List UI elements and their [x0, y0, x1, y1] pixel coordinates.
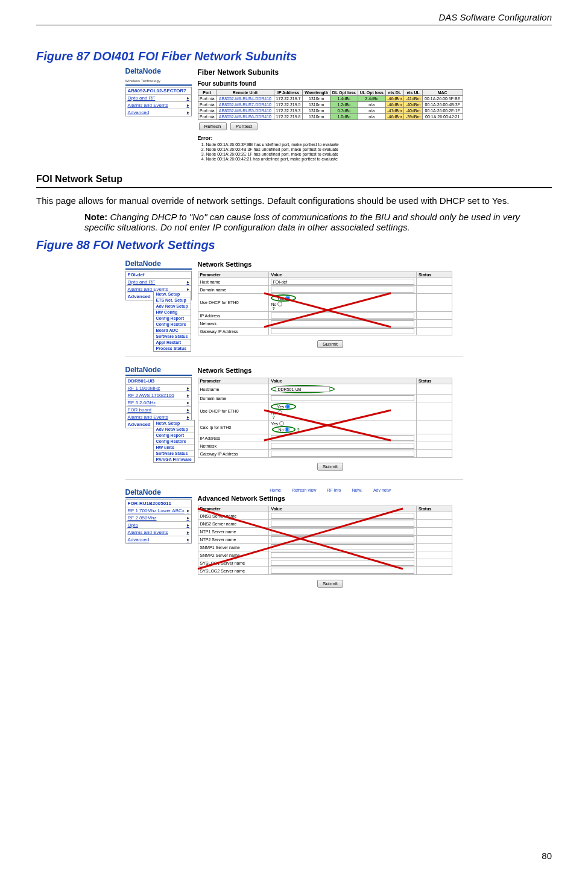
- ip-input[interactable]: [271, 435, 414, 441]
- table-row: IP Address: [198, 434, 452, 442]
- submenu-item[interactable]: Config Restore: [154, 439, 194, 445]
- network-settings-heading: Network Settings: [198, 261, 463, 268]
- nav-opto-rf[interactable]: Opto and RF▸: [126, 279, 191, 286]
- table-row: Port n/aAB8052-M8-RUS5-DDR410172.22.219.…: [198, 108, 463, 114]
- submenu-item[interactable]: HW units: [154, 445, 194, 451]
- hostname-input[interactable]: [276, 386, 330, 392]
- dhcp-yes-radio[interactable]: [285, 296, 290, 300]
- gateway-input[interactable]: [271, 328, 414, 334]
- nav-advnetw[interactable]: Adv netw: [373, 488, 391, 492]
- submenu-item[interactable]: Netw. Setup: [154, 420, 194, 427]
- refresh-button[interactable]: Refresh: [199, 122, 227, 130]
- domain-input[interactable]: [271, 395, 414, 401]
- remote-unit-link[interactable]: AB8052-M8-RUS4-DDR410: [219, 97, 271, 101]
- dns1-input[interactable]: [271, 513, 414, 519]
- submenu-item[interactable]: Software Status: [154, 451, 194, 457]
- help-icon[interactable]: ?: [272, 306, 274, 311]
- nav-opto-rf[interactable]: Opto and RF▸: [126, 95, 191, 102]
- help-icon[interactable]: ?: [297, 428, 299, 432]
- nav-advanced[interactable]: Advanced▸: [126, 109, 191, 116]
- table-row: DNS1 Server name: [198, 512, 452, 520]
- help-icon[interactable]: ?: [272, 415, 274, 419]
- submenu-item[interactable]: Software Status: [154, 334, 191, 340]
- figure-87-title: Figure 87 DOI401 FOI Fiber Network Subun…: [36, 49, 552, 63]
- figure-88-panel-3: DeltaNode FOR-RU1B2005011 RF 1 700Mhz Lo…: [125, 484, 463, 596]
- nav-rfinfo[interactable]: RF Info: [327, 488, 341, 492]
- nav-advanced[interactable]: Advanced▸: [126, 536, 191, 543]
- top-nav: Home Refresh view RF Info Netw. Adv netw: [198, 488, 463, 492]
- nav-opto[interactable]: Opto▸: [126, 522, 191, 529]
- figure-88-title: Figure 88 FOI Network Settings: [36, 238, 552, 252]
- figure-88-panel-2: DeltaNode DDR501-UB RF 1 1900MHz▸ RF 2 A…: [125, 362, 463, 480]
- snmp2-input[interactable]: [271, 552, 414, 558]
- section-foi-network-setup: FOI Network Setup: [36, 174, 552, 185]
- nav-rf1[interactable]: RF 1 1900MHz▸: [126, 385, 191, 392]
- porttest-button[interactable]: Porttest: [230, 122, 258, 130]
- table-row: Gateway IP Address: [198, 450, 452, 458]
- submenu-item[interactable]: Config Report: [154, 433, 194, 439]
- adv-network-settings-table: ParameterValueStatus DNS1 Server name DN…: [198, 506, 452, 575]
- table-row: NTP1 Server name: [198, 528, 452, 536]
- calcip-yes-radio[interactable]: [279, 421, 284, 426]
- calcip-no-radio[interactable]: [285, 427, 289, 432]
- nav-alarms[interactable]: Alarms and Events▸: [126, 529, 191, 536]
- table-row: Port n/aAB8052-M8-RUS4-DDR410172.22.219.…: [198, 96, 463, 102]
- nav-for-board[interactable]: FOR board▸: [126, 407, 191, 414]
- nav-netw[interactable]: Netw.: [352, 488, 362, 492]
- remote-unit-link[interactable]: AB8052-M8-RUS6-DDR410: [219, 115, 271, 119]
- error-label: Error:: [198, 135, 463, 141]
- page-header: DAS Software Configuration: [36, 12, 552, 25]
- table-row: Netmask: [198, 320, 452, 328]
- submenu-item[interactable]: Adv Netw Setup: [154, 427, 194, 433]
- nav-rf2[interactable]: RF 2 AWS 1700/2100▸: [126, 392, 191, 399]
- snmp1-input[interactable]: [271, 544, 414, 550]
- netmask-input[interactable]: [271, 443, 414, 449]
- submenu: Netw. Setup ETS Net. Setup Adv Netw Setu…: [153, 291, 191, 352]
- dhcp-no-radio[interactable]: [277, 410, 282, 415]
- table-row: Use DHCP for ETH0 Yes No?: [198, 402, 452, 420]
- submenu-item[interactable]: HW Config: [154, 309, 191, 316]
- nav-alarms[interactable]: Alarms and Events▸: [126, 102, 191, 109]
- syslog2-input[interactable]: [271, 568, 414, 574]
- table-row: Domain name: [198, 286, 452, 294]
- submenu-item[interactable]: Adv Netw Setup: [154, 303, 191, 309]
- submit-button[interactable]: Submit: [317, 340, 343, 348]
- table-row: Port n/aAB8052-M8-RUS6-DDR410172.22.219.…: [198, 114, 463, 120]
- table-row: Use DHCP for ETH0 Yes No?: [198, 294, 452, 312]
- submenu-item[interactable]: Process Status: [154, 346, 191, 351]
- table-row: SYSLOG2 Server name: [198, 567, 452, 575]
- submenu-item[interactable]: Config Restore: [154, 322, 191, 328]
- table-row: IP Address: [198, 312, 452, 320]
- submenu-item[interactable]: PA/VGA Firmware: [154, 457, 194, 462]
- remote-unit-link[interactable]: AB8052-M8-RUS5-DDR410: [219, 109, 271, 113]
- figure-87-panel: DeltaNode Wireless Technology AB8092-FOL…: [125, 67, 463, 162]
- submenu-item[interactable]: Appl Restart: [154, 340, 191, 346]
- hostname-input[interactable]: [271, 279, 414, 285]
- nav-refresh[interactable]: Refresh view: [292, 488, 316, 492]
- dns2-input[interactable]: [271, 521, 414, 527]
- dhcp-yes-radio[interactable]: [285, 404, 290, 409]
- netmask-input[interactable]: [271, 320, 414, 326]
- ip-input[interactable]: [271, 312, 414, 319]
- gateway-input[interactable]: [271, 451, 414, 457]
- remote-unit-link[interactable]: AB8052-M8-RUS7-DDR410: [219, 103, 271, 107]
- submenu-item[interactable]: Board ADC: [154, 328, 191, 334]
- submenu-item[interactable]: Netw. Setup: [154, 291, 191, 297]
- ntp2-input[interactable]: [271, 536, 414, 542]
- submenu-item[interactable]: Config Report: [154, 316, 191, 322]
- nav-rf2[interactable]: RF 2 850Mhz▸: [126, 515, 191, 522]
- logo: DeltaNode: [125, 259, 192, 270]
- error-list: Node 00:1A:26:00:3F:BE has undefined por…: [206, 142, 463, 161]
- table-row: Host name: [198, 278, 452, 286]
- submit-button[interactable]: Submit: [317, 580, 343, 588]
- nav-home[interactable]: Home: [270, 488, 281, 492]
- ntp1-input[interactable]: [271, 528, 414, 534]
- submit-button[interactable]: Submit: [317, 463, 343, 471]
- figure-88-panel-1: DeltaNode FOI-def Opto and RF▸ Alarms an…: [125, 256, 463, 357]
- nav-rf3[interactable]: RF 3 2.6GHz▸: [126, 399, 191, 407]
- dhcp-no-radio[interactable]: [277, 302, 282, 306]
- submenu-item[interactable]: ETS Net. Setup: [154, 297, 191, 303]
- nav-rf1[interactable]: RF 1 700Mhz Lower ABCx▸: [126, 507, 191, 515]
- domain-input[interactable]: [271, 287, 414, 293]
- syslog1-input[interactable]: [271, 560, 414, 566]
